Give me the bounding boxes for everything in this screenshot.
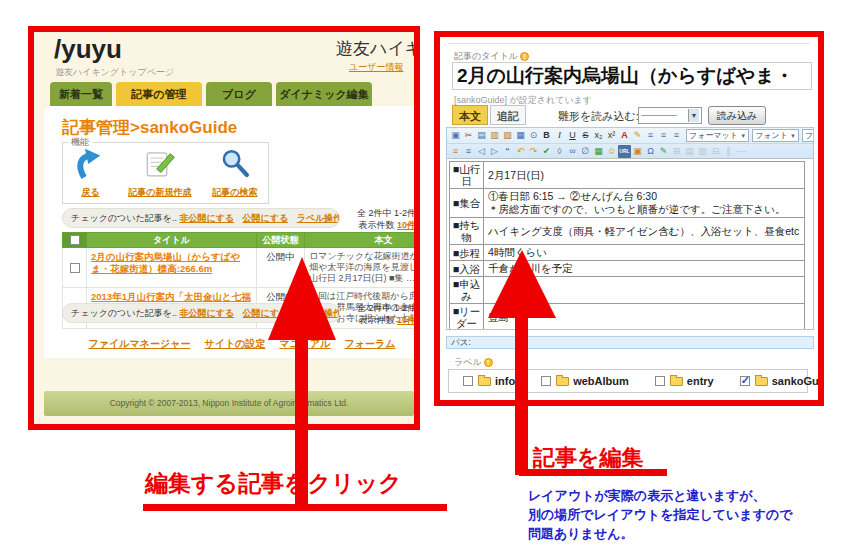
smiley-icon[interactable]: ☺ — [605, 145, 618, 158]
copyright-bar: Copyright © 2007-2013, Nippon Institute … — [44, 391, 414, 416]
superscript-icon[interactable]: x² — [605, 129, 618, 142]
site-settings-link[interactable]: サイトの設定 — [204, 337, 265, 351]
outdent-icon[interactable]: ◁ — [475, 145, 488, 158]
font-dropdown[interactable]: フォント ▼ — [752, 129, 799, 142]
tab-article-management[interactable]: 記事の管理 — [116, 82, 202, 106]
footer-links: ファイルマネージャー サイトの設定 マニュアル フォーラム — [62, 337, 420, 351]
select-all-checkbox[interactable] — [70, 235, 80, 245]
tab-dynamic-edit[interactable]: ダイナミック編集 — [276, 82, 372, 106]
spellcheck-icon[interactable]: ✔ — [540, 145, 553, 158]
redo-icon[interactable]: ↷ — [527, 145, 540, 158]
paste-icon[interactable]: ▥ — [488, 129, 501, 142]
paste-word-icon[interactable]: ▦ — [514, 129, 527, 142]
page-size-link[interactable]: 10件 — [397, 220, 416, 230]
checkbox-icon — [655, 376, 665, 386]
article-title-link[interactable]: 2月の山行案内烏場山（からすばやま・花嫁街道）標高:266.6m — [91, 251, 252, 275]
row-checkbox[interactable] — [70, 263, 80, 273]
bold-icon[interactable]: B — [540, 129, 553, 142]
unpublish-link[interactable]: 非公開にする — [179, 213, 234, 223]
checkbox-icon — [740, 376, 750, 386]
align-left-icon[interactable]: ≡ — [644, 129, 657, 142]
cut-icon[interactable]: ✂ — [462, 129, 475, 142]
bullet-list-icon[interactable]: ≡ — [462, 145, 475, 158]
template-select[interactable]: ――――▼ — [638, 107, 702, 124]
forum-link[interactable]: フォーラム — [345, 337, 396, 351]
label-checkbox-webalbum[interactable]: webAlbum — [541, 375, 629, 387]
save-icon[interactable]: ▣ — [449, 129, 462, 142]
red-arrow-right-shaft — [515, 314, 528, 475]
help-icon[interactable]: ! — [520, 52, 529, 61]
link-icon[interactable]: ∞ — [566, 145, 579, 158]
tab-postscript[interactable]: 追記 — [490, 105, 526, 125]
publish-link[interactable]: 公開にする — [243, 213, 289, 223]
underline-icon[interactable]: U — [566, 129, 579, 142]
edit-source-icon[interactable]: ✎ — [657, 145, 670, 158]
article-title-input[interactable]: 2月の山行案内烏場山（からすばやま・ — [452, 62, 812, 90]
clean-icon[interactable]: ◊ — [553, 145, 566, 158]
column-status: 公開状態 — [257, 233, 305, 248]
back-button[interactable]: 戻る — [73, 147, 107, 199]
tab-body[interactable]: 本文 — [452, 105, 488, 125]
merge-cells-icon: ⊟ — [709, 145, 722, 158]
tab-new-articles[interactable]: 新着一覧 — [50, 82, 112, 106]
user-info-link[interactable]: ユーザー情報 — [349, 61, 403, 74]
italic-icon[interactable]: I — [553, 129, 566, 142]
url-icon[interactable]: URL — [618, 145, 631, 158]
back-icon — [73, 147, 107, 181]
folder-icon — [755, 377, 768, 386]
highlight-icon[interactable]: ✎ — [631, 129, 644, 142]
undo-icon[interactable]: ↶ — [514, 145, 527, 158]
help-icon[interactable]: ! — [484, 358, 493, 367]
copy-icon[interactable]: ▤ — [475, 129, 488, 142]
align-right-icon[interactable]: ≡ — [670, 129, 683, 142]
indent-icon[interactable]: ▷ — [488, 145, 501, 158]
format-dropdown[interactable]: フォーマット ▼ — [686, 129, 749, 142]
red-arrow-right-head — [488, 250, 556, 318]
tutorial-page: /yuyu 遊友ハイキングトップページ 遊友ハイキ ユーザー情報 新着一覧 記事… — [0, 0, 842, 557]
result-count-top: 全 2件中 1-2件 表示件数 10件 — [330, 207, 416, 231]
table-row: 2月の山行案内烏場山（からすばやま・花嫁街道）標高:266.6m 公開中 ロマン… — [63, 248, 421, 288]
search-article-button[interactable]: 記事の検索 — [212, 147, 257, 199]
functions-legend: 機能 — [68, 136, 92, 149]
label-checkbox-entry[interactable]: entry — [655, 375, 714, 387]
subscript-icon[interactable]: x₂ — [592, 129, 605, 142]
text-color-icon[interactable]: A — [618, 129, 631, 142]
load-button[interactable]: 読み込み — [708, 106, 766, 125]
content-cell: 2月17日(日) — [484, 162, 805, 189]
toolbar-row-1-icons: ▣✂▤▥▧▦⊙BIUSx₂x²A✎≡≡≡ — [449, 129, 683, 142]
site-id: /yuyu — [54, 34, 122, 65]
folder-icon — [670, 377, 683, 386]
paste-plain-icon[interactable]: ▧ — [501, 129, 514, 142]
insert-row-icon: ▤ — [683, 145, 696, 158]
file-manager-link[interactable]: ファイルマネージャー — [89, 337, 191, 351]
label-checkbox-sankoguide[interactable]: sankoGuide — [740, 375, 824, 387]
label-checkbox-info[interactable]: info — [463, 375, 515, 387]
blockquote-icon[interactable]: “ — [501, 145, 514, 158]
checkbox-icon — [463, 376, 473, 386]
new-article-button[interactable]: 記事の新規作成 — [128, 147, 191, 199]
toolbar-row-2: ≡≡◁▷“↶↷✔◊∞∅▦☺URL▣Ω✎⊞▤▥⊟∥— — [447, 143, 813, 158]
font-size-dropdown[interactable]: フォ — [802, 129, 813, 142]
split-cell-icon: ∥ — [722, 145, 735, 158]
find-icon[interactable]: ⊙ — [527, 129, 540, 142]
element-path-bar: パス: — [446, 336, 814, 349]
right-caption-underline — [519, 469, 667, 476]
unlink-icon[interactable]: ∅ — [579, 145, 592, 158]
page-size-link[interactable]: 10件 — [397, 315, 416, 325]
special-char-icon[interactable]: Ω — [644, 145, 657, 158]
column-body: 本文 — [305, 233, 421, 248]
tab-blog[interactable]: ブログ — [206, 82, 272, 106]
site-subtitle: 遊友ハイキングトップページ — [55, 66, 174, 79]
strike-icon[interactable]: S — [579, 129, 592, 142]
content-cell: ①春日部 6:15 → ②せんげん台 6:30 ＊房総方面ですので、いつもと順番… — [484, 189, 805, 218]
search-icon — [212, 147, 257, 181]
flash-icon[interactable]: ▣ — [631, 145, 644, 158]
layout-note: レイアウトが実際の表示と違いますが、 別の場所でレイアウトを指定していますので … — [528, 486, 793, 543]
divider — [448, 43, 810, 44]
numbered-list-icon[interactable]: ≡ — [449, 145, 462, 158]
image-icon[interactable]: ▦ — [592, 145, 605, 158]
functions-box: 戻る 記事の新規作成 記事の検索 — [62, 142, 269, 204]
column-title: タイトル — [87, 233, 257, 248]
align-center-icon[interactable]: ≡ — [657, 129, 670, 142]
unpublish-link[interactable]: 非公開にする — [179, 308, 234, 318]
